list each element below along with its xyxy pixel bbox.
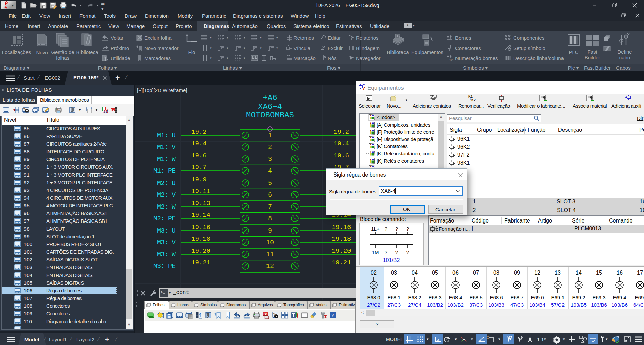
svg-text:1M: 1M (372, 249, 379, 255)
svg-text:1L+: 1L+ (371, 226, 380, 232)
svg-text:K2: K2 (471, 98, 476, 102)
svg-text:101/B2: 101/B2 (383, 257, 400, 263)
svg-text:?: ? (385, 226, 387, 232)
svg-text:K1: K1 (468, 95, 473, 98)
svg-text:?: ? (331, 313, 334, 318)
svg-text:PDF: PDF (264, 313, 268, 315)
svg-text:?: ? (395, 226, 398, 232)
svg-text:FD: FD (111, 108, 115, 111)
svg-text:?: ? (363, 86, 365, 91)
svg-text:?: ? (406, 249, 409, 255)
svg-text:?: ? (395, 249, 398, 255)
svg-text:?: ? (406, 226, 409, 232)
svg-text:12: 12 (449, 58, 453, 62)
svg-text:?: ? (385, 249, 387, 255)
